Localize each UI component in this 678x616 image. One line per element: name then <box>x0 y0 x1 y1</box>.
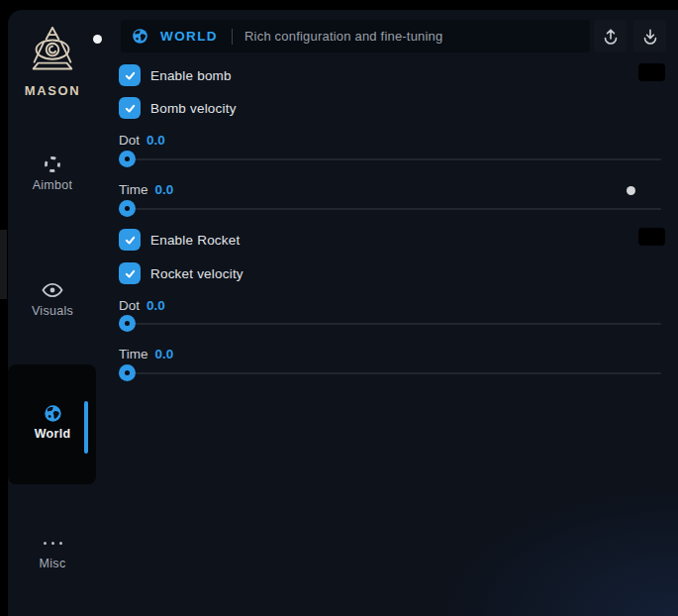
upload-button[interactable] <box>594 20 627 52</box>
sidebar-item-label: Misc <box>40 557 66 570</box>
slider-value: 0.0 <box>146 133 165 148</box>
slider-track[interactable] <box>119 208 661 210</box>
rocket-dot-slider-label: Dot 0.0 <box>119 297 165 313</box>
header-divider <box>232 29 233 45</box>
slider-thumb[interactable] <box>119 315 136 332</box>
bomb-color-swatch[interactable] <box>638 63 665 81</box>
slider-name: Time <box>119 182 148 197</box>
selected-item-indicator <box>84 401 88 454</box>
bomb-time-slider-label: Time 0.0 <box>119 181 173 197</box>
sidebar-item-label: Aimbot <box>33 178 73 192</box>
slider-thumb[interactable] <box>119 200 136 217</box>
bomb-dot-slider-label: Dot 0.0 <box>119 132 165 148</box>
rocket-color-swatch[interactable] <box>638 228 665 246</box>
bomb-time-slider[interactable] <box>119 200 661 217</box>
sidebar-item-aimbot[interactable]: Aimbot <box>8 154 97 192</box>
slider-name: Time <box>119 347 148 361</box>
bomb-velocity-row: Bomb velocity <box>119 97 237 119</box>
upload-icon <box>602 28 620 46</box>
cursor-dot-2 <box>627 186 635 195</box>
slider-name: Dot <box>119 133 140 148</box>
enable-bomb-label: Enable bomb <box>150 68 232 83</box>
page-header: WORLD Rich configuration and fine-tuning <box>121 20 590 52</box>
sidebar-item-label: Visuals <box>32 304 73 318</box>
ellipsis-icon <box>44 533 62 553</box>
slider-thumb[interactable] <box>119 151 136 167</box>
sidebar-item-label: World <box>35 427 71 441</box>
rocket-velocity-row: Rocket velocity <box>119 262 243 284</box>
rocket-time-slider[interactable] <box>119 364 661 381</box>
enable-rocket-checkbox[interactable] <box>119 229 141 251</box>
slider-value: 0.0 <box>146 298 165 313</box>
sidebar-item-visuals[interactable]: Visuals <box>8 280 97 318</box>
bomb-velocity-checkbox[interactable] <box>119 97 141 119</box>
brand-name: MASON <box>8 83 97 98</box>
rocket-time-slider-label: Time 0.0 <box>119 346 173 361</box>
menu-window: MASON Aimbot Visuals <box>8 10 678 616</box>
enable-bomb-row: Enable bomb <box>119 64 232 86</box>
enable-rocket-label: Enable Rocket <box>150 233 240 248</box>
download-button[interactable] <box>633 20 666 52</box>
globe-icon <box>44 403 62 423</box>
bomb-dot-slider[interactable] <box>119 151 661 167</box>
slider-value: 0.0 <box>155 182 174 197</box>
download-icon <box>641 28 659 46</box>
page-subtitle: Rich configuration and fine-tuning <box>244 29 442 44</box>
background-edge-notch <box>0 230 7 299</box>
eye-icon <box>42 280 63 300</box>
mason-logo-icon <box>22 25 83 80</box>
slider-track[interactable] <box>119 158 661 160</box>
slider-value: 0.0 <box>155 347 174 361</box>
slider-thumb[interactable] <box>119 364 136 381</box>
globe-icon <box>132 28 148 45</box>
bomb-velocity-label: Bomb velocity <box>150 101 237 116</box>
rocket-dot-slider[interactable] <box>119 315 661 332</box>
slider-track[interactable] <box>119 372 661 374</box>
cursor-dot <box>93 35 102 44</box>
enable-rocket-row: Enable Rocket <box>119 229 240 251</box>
sidebar-item-misc[interactable]: Misc <box>8 533 97 570</box>
rocket-velocity-label: Rocket velocity <box>150 266 243 281</box>
crosshair-icon <box>43 154 62 174</box>
enable-bomb-checkbox[interactable] <box>119 64 141 86</box>
slider-track[interactable] <box>119 323 661 325</box>
slider-name: Dot <box>119 298 140 313</box>
rocket-velocity-checkbox[interactable] <box>119 262 141 284</box>
cheat-menu-screen: MASON Aimbot Visuals <box>0 0 678 616</box>
page-title: WORLD <box>160 29 218 44</box>
